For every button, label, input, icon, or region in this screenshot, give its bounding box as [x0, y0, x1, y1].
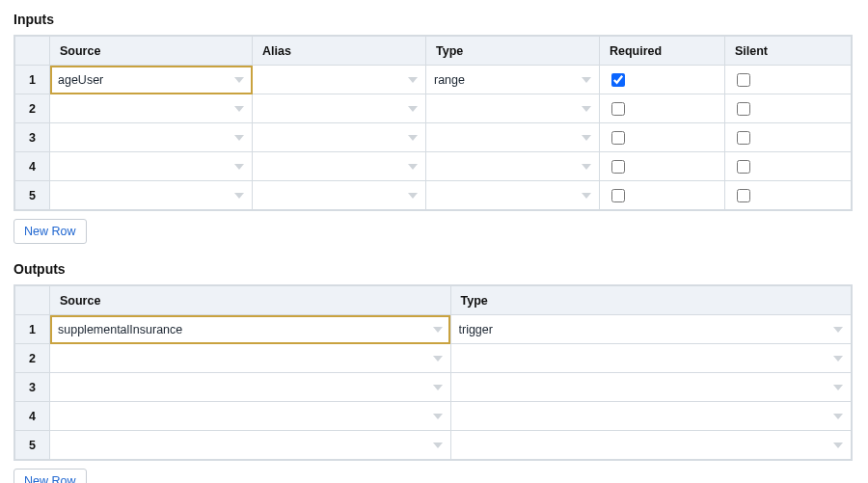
- outputs-type-cell[interactable]: [451, 344, 852, 372]
- outputs-row-number[interactable]: 4: [15, 402, 50, 431]
- svg-marker-14: [582, 193, 591, 199]
- outputs-row: 4: [15, 402, 852, 431]
- outputs-row-number[interactable]: 3: [15, 373, 50, 402]
- inputs-header-source[interactable]: Source: [50, 37, 253, 66]
- inputs-required-checkbox[interactable]: [611, 160, 625, 174]
- inputs-type-cell[interactable]: [426, 94, 599, 122]
- svg-marker-20: [833, 385, 843, 390]
- inputs-alias-cell[interactable]: [253, 94, 425, 122]
- chevron-down-icon: [582, 77, 591, 83]
- chevron-down-icon: [582, 164, 591, 170]
- inputs-silent-checkbox[interactable]: [737, 160, 750, 174]
- chevron-down-icon: [408, 135, 418, 141]
- svg-marker-18: [833, 356, 843, 362]
- inputs-type-cell[interactable]: [426, 123, 599, 151]
- svg-marker-3: [234, 106, 244, 112]
- inputs-row: 3: [15, 123, 852, 152]
- chevron-down-icon: [408, 164, 418, 170]
- inputs-alias-cell[interactable]: [253, 66, 425, 94]
- chevron-down-icon: [433, 327, 443, 333]
- outputs-source-cell-value: supplementalInsurance: [58, 323, 427, 336]
- outputs-header-blank: [15, 286, 50, 315]
- svg-marker-21: [433, 414, 443, 419]
- outputs-source-cell[interactable]: [50, 431, 450, 459]
- svg-marker-23: [433, 443, 443, 448]
- inputs-source-cell-value: ageUser: [58, 73, 229, 87]
- outputs-type-cell[interactable]: [451, 402, 852, 430]
- inputs-source-cell[interactable]: [50, 181, 252, 209]
- inputs-silent-checkbox[interactable]: [737, 102, 750, 116]
- svg-marker-0: [234, 77, 244, 83]
- inputs-type-cell[interactable]: [426, 181, 599, 209]
- inputs-source-cell[interactable]: ageUser: [50, 66, 252, 94]
- inputs-alias-cell[interactable]: [253, 181, 425, 209]
- svg-marker-10: [408, 164, 418, 170]
- inputs-header-silent[interactable]: Silent: [725, 37, 852, 66]
- inputs-row-number[interactable]: 4: [15, 152, 50, 181]
- outputs-source-cell[interactable]: [50, 402, 450, 430]
- chevron-down-icon: [234, 164, 244, 170]
- svg-marker-5: [582, 106, 591, 112]
- outputs-row-number[interactable]: 2: [15, 344, 50, 373]
- inputs-required-checkbox[interactable]: [611, 131, 625, 145]
- outputs-row-number[interactable]: 5: [15, 431, 50, 460]
- inputs-header-alias[interactable]: Alias: [253, 37, 426, 66]
- inputs-source-cell[interactable]: [50, 123, 252, 151]
- inputs-row: 4: [15, 152, 852, 181]
- svg-marker-11: [582, 164, 591, 170]
- inputs-header-type[interactable]: Type: [426, 37, 600, 66]
- chevron-down-icon: [833, 385, 843, 390]
- inputs-new-row-button[interactable]: New Row: [14, 219, 87, 244]
- outputs-source-cell[interactable]: supplementalInsurance: [50, 315, 450, 343]
- chevron-down-icon: [433, 443, 443, 448]
- inputs-row-number[interactable]: 2: [15, 94, 50, 123]
- svg-marker-2: [582, 77, 591, 83]
- inputs-source-cell[interactable]: [50, 152, 252, 180]
- chevron-down-icon: [433, 385, 443, 390]
- outputs-source-cell[interactable]: [50, 373, 450, 401]
- chevron-down-icon: [234, 77, 244, 83]
- chevron-down-icon: [582, 193, 591, 199]
- svg-marker-24: [833, 443, 843, 448]
- outputs-source-cell[interactable]: [50, 344, 450, 372]
- outputs-row-number[interactable]: 1: [15, 315, 50, 344]
- inputs-row-number[interactable]: 5: [15, 181, 50, 210]
- svg-marker-17: [433, 356, 443, 362]
- inputs-silent-checkbox[interactable]: [737, 131, 750, 145]
- inputs-silent-checkbox[interactable]: [737, 189, 750, 202]
- outputs-type-cell[interactable]: trigger: [451, 315, 852, 343]
- inputs-silent-checkbox[interactable]: [737, 73, 750, 87]
- inputs-row-number[interactable]: 1: [15, 66, 50, 94]
- outputs-type-cell-value: trigger: [459, 323, 828, 336]
- chevron-down-icon: [433, 356, 443, 362]
- chevron-down-icon: [833, 356, 843, 362]
- outputs-row: 1supplementalInsurancetrigger: [15, 315, 852, 344]
- outputs-type-cell[interactable]: [451, 373, 852, 401]
- svg-marker-12: [234, 193, 244, 199]
- inputs-type-cell-value: range: [434, 73, 576, 87]
- outputs-table: Source Type 1supplementalInsurancetrigge…: [14, 284, 853, 461]
- inputs-source-cell[interactable]: [50, 94, 252, 122]
- inputs-alias-cell[interactable]: [253, 123, 425, 151]
- outputs-type-cell[interactable]: [451, 431, 852, 459]
- outputs-new-row-button[interactable]: New Row: [14, 469, 87, 483]
- outputs-header-source[interactable]: Source: [50, 286, 451, 315]
- inputs-type-cell[interactable]: [426, 152, 599, 180]
- inputs-alias-cell[interactable]: [253, 152, 425, 180]
- inputs-required-checkbox[interactable]: [611, 73, 625, 87]
- inputs-header-blank: [15, 37, 50, 66]
- outputs-header-type[interactable]: Type: [450, 286, 852, 315]
- chevron-down-icon: [408, 193, 418, 199]
- outputs-row: 2: [15, 344, 852, 373]
- inputs-type-cell[interactable]: range: [426, 66, 599, 94]
- chevron-down-icon: [833, 327, 843, 333]
- outputs-title: Outputs: [14, 261, 854, 277]
- inputs-required-checkbox[interactable]: [611, 102, 625, 116]
- svg-marker-7: [408, 135, 418, 141]
- inputs-row: 1ageUserrange: [15, 66, 852, 94]
- inputs-title: Inputs: [14, 12, 854, 27]
- inputs-header-required[interactable]: Required: [600, 37, 725, 66]
- inputs-required-checkbox[interactable]: [611, 189, 625, 202]
- svg-marker-9: [234, 164, 244, 170]
- inputs-row-number[interactable]: 3: [15, 123, 50, 152]
